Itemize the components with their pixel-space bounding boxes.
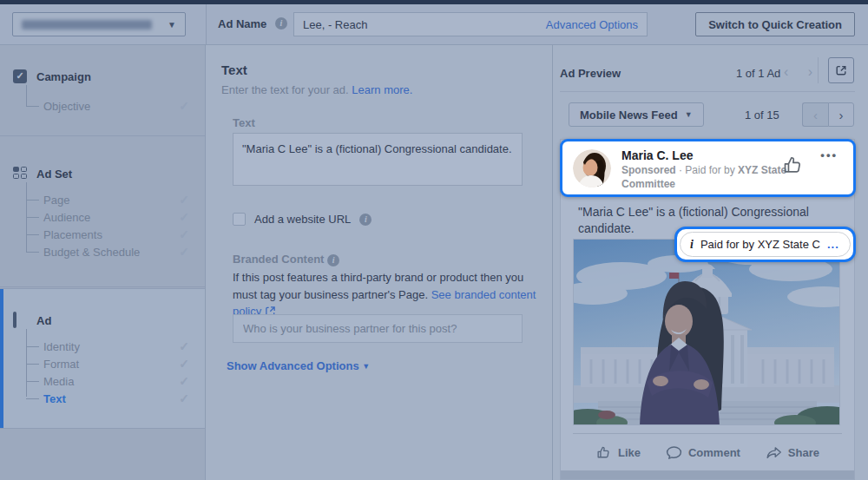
post-preview: Maria C. Lee Sponsored · Paid for by XYZ… <box>560 139 855 480</box>
divider <box>560 91 855 92</box>
post-menu-button[interactable]: ••• <box>820 148 838 161</box>
sidebar-item-page[interactable]: Page ✓ <box>0 193 205 207</box>
check-icon: ✓ <box>179 374 189 388</box>
caret-down-icon: ▼ <box>362 362 370 371</box>
learn-more-link[interactable]: Learn more. <box>352 83 412 96</box>
branded-content-label: Branded Content i <box>233 253 339 266</box>
campaign-icon: ✓ <box>13 69 27 83</box>
share-icon <box>766 444 782 461</box>
prev-placement-button[interactable]: ‹ <box>802 102 828 127</box>
caret-down-icon: ▼ <box>685 110 693 119</box>
placement-pager-label: 1 of 15 <box>745 108 779 122</box>
account-dropdown[interactable]: ▼ <box>12 12 186 36</box>
sidebar-item-format[interactable]: Format ✓ <box>0 357 205 371</box>
paid-for-pill[interactable]: i Paid for by XYZ State C ... <box>680 232 851 257</box>
check-icon: ✓ <box>179 210 189 224</box>
adset-section: Ad Set Page ✓ Audience ✓ Placements ✓ Bu… <box>0 137 205 287</box>
external-link-icon <box>834 63 848 77</box>
sidebar-section-adset[interactable]: Ad Set <box>36 168 72 181</box>
ad-icon <box>13 312 16 328</box>
ad-pager-chevrons[interactable]: ‹ › <box>784 64 820 80</box>
panel-title: Text <box>221 62 247 77</box>
info-icon[interactable]: i <box>359 214 372 226</box>
sidebar-item-identity[interactable]: Identity ✓ <box>0 339 205 353</box>
ellipsis: ... <box>827 238 839 251</box>
header-divider <box>206 4 207 45</box>
redacted-account-name <box>22 20 152 30</box>
show-advanced-options-link[interactable]: Show Advanced Options ▼ <box>227 359 370 372</box>
info-icon[interactable]: i <box>275 17 287 30</box>
caret-down-icon: ▼ <box>168 20 176 30</box>
check-icon: ✓ <box>179 99 189 113</box>
text-editor-panel: Text Enter the text for your ad. Learn m… <box>206 45 553 480</box>
check-icon: ✓ <box>179 245 189 259</box>
thumbs-up-icon <box>781 154 805 180</box>
check-icon: ✓ <box>179 227 189 241</box>
sidebar-item-budget-schedule[interactable]: Budget & Schedule ✓ <box>0 245 205 259</box>
sidebar-section-campaign[interactable]: Campaign <box>36 70 91 83</box>
avatar <box>573 149 611 187</box>
post-action-bar: Like Comment Share <box>573 433 842 471</box>
comment-button[interactable]: Comment <box>666 444 740 461</box>
info-icon[interactable]: i <box>327 254 339 266</box>
check-icon: ✓ <box>179 339 189 353</box>
sidebar-item-text[interactable]: Text ✓ <box>0 391 205 405</box>
sidebar: ✓ Campaign Objective ✓ Ad Set Page ✓ Aud… <box>0 45 206 480</box>
check-icon: ✓ <box>179 193 189 207</box>
post-footer-strip <box>561 470 854 479</box>
expand-preview-button[interactable] <box>828 57 854 83</box>
check-icon: ✓ <box>179 391 189 405</box>
ad-preview-panel: Ad Preview 1 of 1 Ad ‹ › Mobile News Fee… <box>553 45 868 480</box>
ad-name-input[interactable] <box>303 18 546 31</box>
sponsored-disclaimer: Sponsored · Paid for by XYZ State Commit… <box>621 164 795 191</box>
sidebar-item-placements[interactable]: Placements ✓ <box>0 227 205 241</box>
adset-icon <box>13 167 27 181</box>
text-field-label: Text <box>233 116 255 129</box>
ad-image <box>573 239 840 425</box>
info-icon: i <box>690 238 694 252</box>
sidebar-item-audience[interactable]: Audience ✓ <box>0 210 205 224</box>
ad-preview-title: Ad Preview <box>560 67 621 80</box>
paid-for-tooltip: i Paid for by XYZ State C ... <box>674 227 856 262</box>
next-placement-button[interactable]: › <box>828 102 854 127</box>
comment-icon <box>666 444 682 461</box>
placement-dropdown[interactable]: Mobile News Feed ▼ <box>569 102 704 127</box>
website-url-checkbox[interactable] <box>233 213 246 226</box>
business-partner-input[interactable] <box>233 314 523 343</box>
tree-line <box>26 106 39 107</box>
switch-to-quick-creation-button[interactable]: Switch to Quick Creation <box>695 12 855 36</box>
thumbs-up-icon <box>595 444 612 461</box>
sidebar-section-ad[interactable]: Ad <box>36 314 51 327</box>
like-button[interactable]: Like <box>595 444 641 461</box>
ad-text-textarea[interactable]: "Maria C Lee" is a (fictional) Congressi… <box>233 133 523 186</box>
website-url-row: Add a website URL i <box>233 213 372 226</box>
sidebar-item-objective[interactable]: Objective ✓ <box>0 99 205 113</box>
post-header-highlight-card: Maria C. Lee Sponsored · Paid for by XYZ… <box>560 139 856 197</box>
panel-subtitle: Enter the text for your ad. Learn more. <box>221 83 412 96</box>
check-icon: ✓ <box>179 357 189 371</box>
ad-name-label: Ad Name <box>218 17 266 30</box>
header-bar: ▼ Ad Name i Advanced Options Switch to Q… <box>0 4 868 45</box>
ad-section: Ad Identity ✓ Format ✓ Media ✓ Text ✓ <box>0 288 205 429</box>
placement-nav: ‹ › <box>802 102 854 127</box>
page-name[interactable]: Maria C. Lee <box>621 148 693 162</box>
ad-name-input-wrap: Advanced Options <box>293 12 648 36</box>
share-button[interactable]: Share <box>766 444 819 461</box>
advanced-options-link[interactable]: Advanced Options <box>546 18 638 31</box>
ad-pager-label: 1 of 1 Ad <box>736 67 780 80</box>
website-url-label: Add a website URL <box>254 213 351 226</box>
sidebar-item-media[interactable]: Media ✓ <box>0 374 205 388</box>
campaign-section: ✓ Campaign Objective ✓ <box>0 45 205 136</box>
divider <box>818 57 819 83</box>
